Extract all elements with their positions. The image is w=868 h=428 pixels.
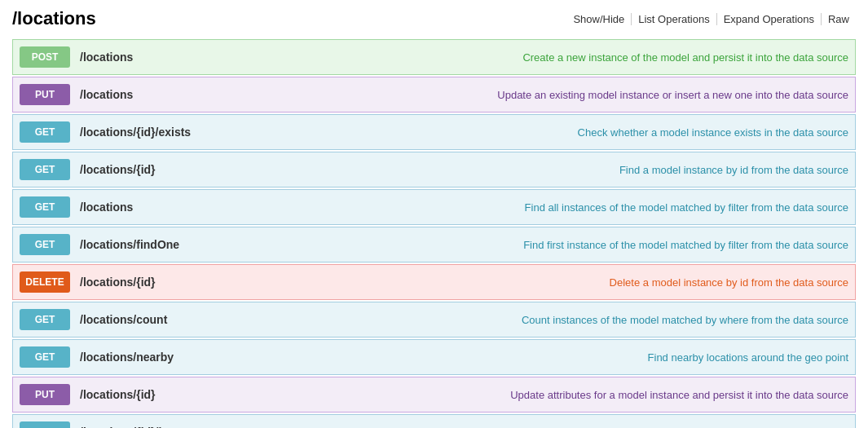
operations-list: POST/locationsCreate a new instance of t…: [12, 39, 856, 428]
operation-path: /locations/findOne: [80, 238, 259, 251]
operation-path: /locations/{id}/exists: [80, 126, 259, 139]
operation-path: /locations: [80, 88, 259, 101]
operation-description: Update an existing model instance or ins…: [259, 89, 848, 101]
header-actions: Show/HideList OperationsExpand Operation…: [566, 13, 856, 25]
header-action-list-operations[interactable]: List Operations: [632, 13, 716, 25]
method-badge-put: PUT: [20, 84, 70, 105]
method-badge-post: POST: [20, 46, 70, 68]
operation-row[interactable]: PUT/locations/{id}Update attributes for …: [12, 377, 856, 413]
operation-path: /locations/count: [80, 313, 259, 326]
header-action-expand-operations[interactable]: Expand Operations: [717, 13, 822, 25]
operation-row[interactable]: GET/locationsFind all instances of the m…: [12, 189, 856, 225]
header-action-show-hide[interactable]: Show/Hide: [566, 13, 632, 25]
page-header: /locations Show/HideList OperationsExpan…: [12, 8, 856, 29]
operation-description: Find a model instance by id from the dat…: [259, 164, 848, 176]
operation-description: Delete a model instance by id from the d…: [259, 276, 848, 289]
operation-row[interactable]: GET/locations/{id}/inventory: [12, 414, 856, 428]
method-badge-get: GET: [20, 234, 70, 255]
operation-row[interactable]: GET/locations/{id}Find a model instance …: [12, 152, 856, 188]
method-badge-get: GET: [20, 121, 70, 143]
operation-row[interactable]: GET/locations/findOneFind first instance…: [12, 227, 856, 263]
operation-description: Update attributes for a model instance a…: [259, 389, 848, 401]
operation-path: /locations/nearby: [80, 351, 259, 364]
page: /locations Show/HideList OperationsExpan…: [0, 0, 868, 428]
operation-path: /locations/{id}: [80, 388, 259, 401]
operation-row[interactable]: DELETE/locations/{id}Delete a model inst…: [12, 264, 856, 300]
operation-description: Find nearby locations around the geo poi…: [259, 351, 848, 364]
operation-path: /locations/{id}: [80, 163, 259, 176]
header-action-raw[interactable]: Raw: [822, 13, 856, 25]
operation-description: Count instances of the model matched by …: [259, 314, 848, 326]
operation-description: Find first instance of the model matched…: [259, 239, 848, 251]
operation-path: /locations/{id}: [80, 276, 259, 289]
operation-description: Create a new instance of the model and p…: [259, 51, 848, 64]
operation-path: /locations: [80, 201, 259, 214]
method-badge-put: PUT: [20, 384, 70, 405]
method-badge-get: GET: [20, 196, 70, 218]
method-badge-get: GET: [20, 159, 70, 180]
method-badge-delete: DELETE: [20, 271, 70, 293]
operation-description: Find all instances of the model matched …: [259, 201, 848, 214]
method-badge-get: GET: [20, 309, 70, 330]
method-badge-get: GET: [20, 421, 70, 428]
operation-row[interactable]: POST/locationsCreate a new instance of t…: [12, 39, 856, 75]
operation-description: Check whether a model instance exists in…: [259, 126, 848, 139]
operation-row[interactable]: GET/locations/{id}/existsCheck whether a…: [12, 114, 856, 150]
operation-row[interactable]: GET/locations/nearbyFind nearby location…: [12, 339, 856, 375]
method-badge-get: GET: [20, 346, 70, 368]
page-title: /locations: [12, 8, 96, 29]
operation-row[interactable]: PUT/locationsUpdate an existing model in…: [12, 77, 856, 113]
operation-row[interactable]: GET/locations/countCount instances of th…: [12, 302, 856, 338]
operation-path: /locations: [80, 51, 259, 64]
